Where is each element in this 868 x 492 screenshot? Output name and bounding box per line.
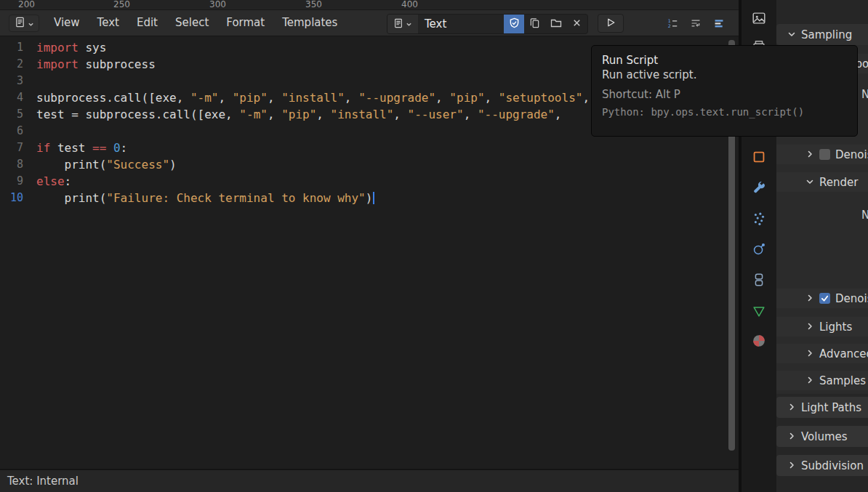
particles-tab[interactable]: [742, 204, 776, 233]
subpanel-samples[interactable]: Samples: [776, 371, 868, 390]
field-label-noise-threshold: Noise Threshold: [861, 88, 868, 101]
code-line[interactable]: 7if test == 0:: [0, 140, 739, 156]
subpanel-render[interactable]: Render: [776, 172, 868, 192]
render-tab[interactable]: [742, 4, 776, 33]
chevron-right-icon: [787, 459, 796, 472]
panel-label: Samples: [819, 374, 866, 387]
unlink-text-button[interactable]: [566, 15, 587, 33]
text-name-field[interactable]: Text: [418, 15, 504, 33]
panel-label: Render: [819, 176, 858, 189]
new-text-button[interactable]: [524, 15, 545, 33]
material-tab[interactable]: [742, 326, 776, 355]
code-line[interactable]: 10 print("Failure: Check terminal to kno…: [0, 190, 739, 206]
display-toggles: 12: [663, 14, 728, 32]
menu-edit[interactable]: Edit: [128, 10, 166, 36]
panel-label: Light Paths: [801, 401, 861, 414]
panel-volumes[interactable]: Volumes: [776, 426, 868, 447]
chevron-right-icon: [805, 292, 814, 305]
code-text: [31, 123, 36, 140]
ruler-tick: 300: [209, 0, 226, 9]
line-number: 8: [0, 156, 31, 173]
code-text: test = subprocess.call([exe, "-m", "pip"…: [31, 106, 568, 123]
play-icon: [605, 17, 616, 31]
code-text: print("Failure: Check terminal to know w…: [31, 190, 374, 206]
syntax-highlight-toggle[interactable]: [710, 14, 728, 32]
code-text: subprocess.call([exe, "-m", "pip", "inst…: [31, 89, 597, 106]
line-number: 3: [0, 73, 31, 89]
chevron-down-icon: [787, 28, 796, 41]
menu-view[interactable]: View: [45, 10, 89, 36]
line-number: 7: [0, 140, 31, 156]
chevron-right-icon: [805, 148, 814, 161]
physics-icon: [751, 241, 767, 257]
text-cursor: [373, 192, 374, 204]
panel-label: Denoise: [835, 292, 868, 305]
subpanel-advanced[interactable]: Advanced: [776, 344, 868, 363]
chevron-right-icon: [805, 374, 814, 387]
close-icon: [572, 18, 582, 30]
line-numbers-toggle[interactable]: 12: [663, 14, 682, 32]
panel-subdivision[interactable]: Subdivision: [776, 455, 868, 476]
open-text-button[interactable]: [545, 15, 566, 33]
object-data-tab[interactable]: [742, 297, 776, 326]
particles-icon: [751, 211, 767, 227]
text-editor-header: ViewTextEditSelectFormatTemplates Text: [0, 9, 739, 36]
text-datablock: Text: [387, 14, 588, 34]
text-datablock-icon: [393, 18, 403, 31]
code-text: import sys: [31, 39, 106, 56]
fake-user-button[interactable]: [504, 15, 524, 33]
subpanel-lights[interactable]: Lights: [776, 317, 868, 336]
tooltip-python: Python: bpy.ops.text.run_script(): [602, 106, 847, 118]
photo-icon: [751, 10, 767, 26]
chevron-down-icon: [805, 176, 814, 189]
triangle-icon: [751, 303, 767, 319]
panel-light-paths[interactable]: Light Paths: [776, 397, 868, 418]
editor-type-button[interactable]: [9, 15, 39, 32]
text-editor-icon: [15, 17, 25, 31]
chevron-right-icon: [805, 347, 814, 360]
chevron-right-icon: [805, 320, 814, 334]
ruler-tick: 400: [401, 0, 418, 9]
code-text: print("Success"): [31, 156, 177, 173]
svg-text:1: 1: [668, 18, 671, 23]
constraints-tab[interactable]: [742, 265, 776, 294]
subpanel-denoise[interactable]: Denoise: [776, 289, 868, 308]
ruler-tick: 200: [18, 0, 35, 9]
object-tab[interactable]: [742, 142, 776, 172]
svg-text:2: 2: [668, 23, 671, 28]
chevron-down-icon: [406, 19, 412, 30]
menu-select[interactable]: Select: [166, 10, 217, 36]
modifiers-tab[interactable]: [742, 174, 776, 203]
text-browse-button[interactable]: [387, 15, 418, 33]
denoise-checkbox[interactable]: [819, 293, 830, 304]
ruler-tick: 350: [305, 0, 322, 9]
panel-label: Lights: [819, 320, 852, 334]
line-number: 5: [0, 106, 31, 123]
tooltip-description: Run active script.: [602, 68, 847, 81]
panel-sampling[interactable]: Sampling: [776, 24, 868, 45]
code-text: import subprocess: [31, 56, 156, 73]
physics-tab[interactable]: [742, 235, 776, 264]
panel-label: Subdivision: [801, 459, 864, 472]
denoise-checkbox[interactable]: [819, 149, 830, 160]
subpanel-denoise[interactable]: Denoise: [776, 145, 868, 164]
status-text: Text: Internal: [0, 475, 79, 488]
menu-bar: ViewTextEditSelectFormatTemplates: [45, 10, 346, 36]
folder-icon: [550, 17, 562, 31]
chevron-right-icon: [787, 401, 796, 414]
chevron-right-icon: [787, 430, 796, 443]
menu-templates[interactable]: Templates: [273, 10, 346, 36]
run-script-button[interactable]: [598, 14, 624, 33]
blender-window: 200250300350400 ViewTextEditSelectFormat…: [0, 0, 868, 492]
line-number: 6: [0, 123, 31, 140]
panel-label: Advanced: [819, 347, 868, 360]
menu-format[interactable]: Format: [217, 10, 273, 36]
code-line[interactable]: 8 print("Success"): [0, 156, 739, 173]
word-wrap-toggle[interactable]: [686, 14, 705, 32]
menu-text[interactable]: Text: [89, 10, 128, 36]
tooltip-shortcut: Shortcut: Alt P: [602, 88, 847, 101]
panel-label: Sampling: [801, 28, 852, 41]
code-line[interactable]: 9else:: [0, 173, 739, 190]
field-label-noise-threshold: Noise Threshold: [861, 209, 868, 222]
copy-icon: [529, 17, 540, 31]
